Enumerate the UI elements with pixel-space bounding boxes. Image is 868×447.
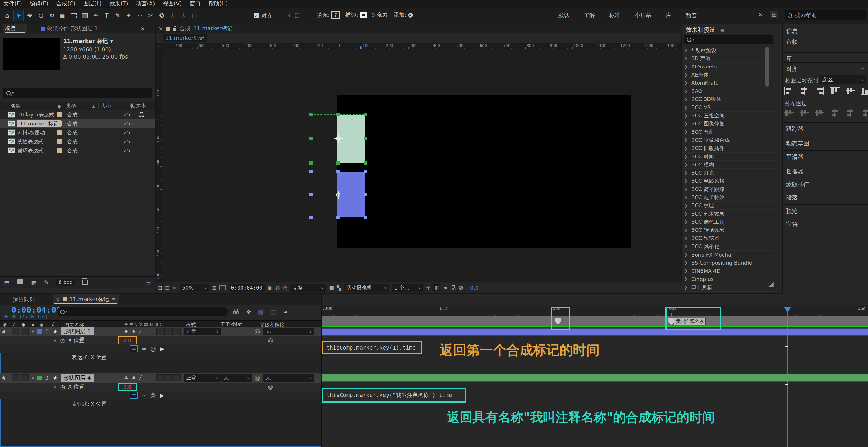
toolbar-pen-tool[interactable]: ✒: [91, 10, 101, 21]
expand-chevron-icon[interactable]: ❯: [682, 64, 691, 69]
toolbar-stamp-tool[interactable]: ✦: [124, 10, 134, 21]
parent-pickwhip-icon[interactable]: @: [255, 375, 260, 381]
viewer-tab-comp-name[interactable]: 11.marker标记: [193, 25, 232, 32]
switch-cell[interactable]: [164, 328, 173, 335]
selection-handle[interactable]: [364, 161, 367, 165]
expand-chevron-icon[interactable]: ❯: [682, 113, 691, 118]
effects-category[interactable]: ❯CINEMA 4D: [682, 267, 774, 275]
effects-category-label[interactable]: BCC 艺术效果: [691, 210, 724, 217]
effects-category[interactable]: ❯BAO: [682, 87, 774, 95]
show-snapshot-icon[interactable]: ◍: [275, 285, 280, 291]
expand-chevron-icon[interactable]: ❯: [682, 228, 691, 232]
property-name[interactable]: X 位置: [68, 337, 85, 344]
path-frame-icon[interactable]: ⛶: [295, 12, 299, 19]
audio-cell[interactable]: [12, 328, 20, 335]
layer-name[interactable]: 形状图层 1: [61, 328, 94, 336]
eye-icon[interactable]: ◉: [0, 373, 8, 383]
toolbar-selection-tool[interactable]: ➤: [13, 10, 24, 22]
switch-cell[interactable]: [173, 375, 181, 381]
effects-category[interactable]: ❯BCC 旧版插件: [682, 144, 774, 152]
switch-cell[interactable]: [164, 375, 173, 381]
expand-chevron-icon[interactable]: ❯: [682, 56, 691, 60]
project-search[interactable]: ▼: [3, 89, 152, 98]
lock-icon[interactable]: [173, 28, 177, 31]
expression-enabled-icon[interactable]: =: [130, 392, 138, 399]
trash-icon[interactable]: [82, 280, 88, 285]
toolbar-home-tool[interactable]: ⌂: [2, 10, 12, 21]
effects-category-label[interactable]: BCC 粒子特效: [691, 194, 724, 201]
expand-chevron-icon[interactable]: ❯: [682, 171, 691, 175]
channels-icon[interactable]: ◔: [283, 285, 287, 291]
pasteboard[interactable]: [162, 49, 681, 282]
align-bottom-button[interactable]: [861, 87, 868, 95]
effects-category-label[interactable]: AtomKraft: [691, 80, 717, 86]
panel-tab-跟踪器[interactable]: 跟踪器: [786, 125, 804, 133]
selection-handle[interactable]: [364, 215, 367, 219]
effects-category-label[interactable]: BCC 抠像和合成: [691, 137, 730, 144]
collapse-caret-icon[interactable]: ∨: [54, 385, 56, 389]
effects-category[interactable]: ❯* 动画预设: [682, 46, 774, 54]
resolution-select[interactable]: 完整∨: [290, 284, 326, 291]
label-color-swatch[interactable]: [57, 130, 62, 135]
expand-chevron-icon[interactable]: ❯: [682, 211, 691, 216]
panel-tab-动态草图[interactable]: 动态草图: [786, 140, 809, 147]
effects-category-label[interactable]: BCC 模糊: [691, 161, 714, 168]
expand-chevron-icon[interactable]: ❯: [682, 89, 691, 93]
effects-category-label[interactable]: CI工具箱: [691, 284, 712, 291]
selection-handle[interactable]: [364, 137, 367, 140]
property-value[interactable]: 2.0: [118, 336, 136, 344]
menu-item-窗口[interactable]: 窗口: [189, 0, 200, 7]
path-merge-icon[interactable]: ⌖: [288, 12, 291, 19]
layer-name[interactable]: 形状图层 4: [61, 374, 94, 382]
parent-pickwhip-icon[interactable]: @: [255, 328, 260, 335]
toolbar-roto-brush-tool[interactable]: ✄: [146, 10, 156, 21]
roi-icon[interactable]: [219, 285, 226, 290]
panel-tab-库[interactable]: 库: [786, 55, 792, 63]
expression-pickwhip-icon[interactable]: @: [151, 392, 156, 399]
pickwhip-icon[interactable]: @: [268, 337, 273, 344]
resize-corner-icon[interactable]: ◪: [768, 280, 774, 287]
effects-category[interactable]: ❯BCC 艺术效果: [682, 210, 774, 218]
always-preview-icon[interactable]: ⊟: [158, 285, 162, 291]
toolbar-camera-tool[interactable]: ▣: [58, 10, 68, 21]
expand-chevron-icon[interactable]: ❯: [682, 81, 691, 85]
snapshot-icon[interactable]: ▣: [268, 285, 273, 291]
timeline-button-icon[interactable]: ≈: [443, 285, 447, 291]
workspace-tab-标准[interactable]: 标准: [609, 11, 620, 19]
toolbar-pan-behind-tool[interactable]: [69, 10, 79, 21]
main-view-icon[interactable]: ⊡: [165, 285, 169, 291]
horizontal-ruler[interactable]: 7006005004003002001000100200300400500600…: [162, 43, 681, 49]
expand-chevron-icon[interactable]: ❯: [682, 203, 691, 208]
playhead-head[interactable]: [784, 307, 791, 312]
effects-category[interactable]: ❯BCC 时间: [682, 152, 774, 161]
effects-category-label[interactable]: BCC 纹理: [691, 202, 714, 209]
expand-chevron-icon[interactable]: ❯: [682, 105, 691, 109]
property-name[interactable]: X 位置: [68, 383, 85, 391]
label-color-swatch[interactable]: [57, 122, 62, 126]
camera-select[interactable]: 活动摄像机∨: [344, 284, 389, 291]
expand-chevron-icon[interactable]: ❯: [682, 219, 691, 224]
panel-tab-摇摆器[interactable]: 摇摆器: [786, 168, 804, 175]
eye-icon[interactable]: ◉: [0, 326, 8, 336]
expand-chevron-icon[interactable]: ❯: [682, 72, 691, 77]
panel-flyout-icon[interactable]: ⊟: [146, 279, 151, 286]
bpc-button[interactable]: 8 bpc: [56, 279, 75, 286]
effects-category[interactable]: ❯BCC 电影风格: [682, 177, 774, 185]
menu-item-效果(T)[interactable]: 效果(T): [110, 0, 128, 7]
align-to-select[interactable]: 选区∨: [820, 75, 866, 84]
project-comp-name[interactable]: 11.marker 标记: [63, 38, 108, 45]
panel-menu-icon[interactable]: ≡: [860, 65, 865, 72]
effects-category-label[interactable]: BCC 图像修复: [691, 120, 724, 127]
expand-chevron-icon[interactable]: ❯: [682, 269, 691, 273]
workspace-tab-库[interactable]: 库: [666, 11, 671, 19]
expand-chevron-icon[interactable]: ❯: [682, 236, 691, 240]
comp-info-caret-icon[interactable]: ▼: [110, 39, 113, 43]
workspace-tab-动态[interactable]: 动态: [686, 11, 697, 19]
effects-scrollbar[interactable]: [765, 47, 769, 87]
blend-mode-select[interactable]: 正常∨: [184, 328, 221, 335]
panel-menu-icon[interactable]: ≡: [236, 26, 240, 32]
align-top-button[interactable]: [830, 87, 840, 95]
align-vcenter-button[interactable]: [846, 87, 855, 95]
menu-item-合成(C)[interactable]: 合成(C): [56, 0, 75, 7]
solo-cell[interactable]: [21, 375, 29, 381]
